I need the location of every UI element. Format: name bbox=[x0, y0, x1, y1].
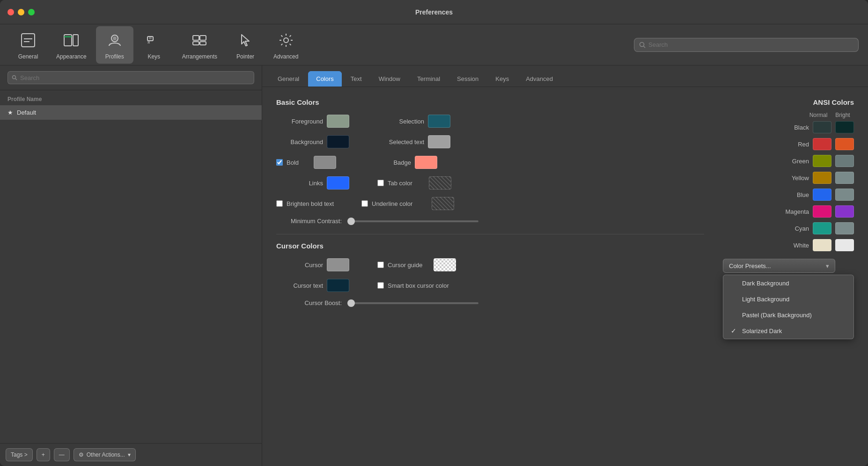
min-contrast-row: Minimum Contrast: bbox=[276, 218, 704, 225]
tab-terminal[interactable]: Terminal bbox=[409, 71, 448, 87]
tab-keys[interactable]: Keys bbox=[487, 71, 517, 87]
toolbar-item-profiles[interactable]: Profiles bbox=[96, 26, 133, 64]
search-input[interactable] bbox=[648, 41, 853, 48]
ansi-bright-red[interactable] bbox=[835, 138, 854, 150]
ansi-normal-green[interactable] bbox=[813, 155, 831, 167]
min-contrast-label: Minimum Contrast: bbox=[276, 218, 342, 225]
min-contrast-slider[interactable] bbox=[347, 220, 478, 222]
appearance-icon bbox=[61, 30, 81, 51]
preset-dark-label: Dark Background bbox=[742, 280, 789, 287]
ansi-normal-red[interactable] bbox=[813, 138, 831, 150]
ansi-normal-white[interactable] bbox=[813, 239, 831, 251]
add-profile-button[interactable]: + bbox=[37, 448, 50, 461]
tab-color-swatch[interactable] bbox=[429, 176, 451, 189]
toolbar-item-advanced[interactable]: Advanced bbox=[266, 26, 306, 64]
svg-rect-2 bbox=[24, 41, 29, 42]
tab-advanced[interactable]: Advanced bbox=[518, 71, 561, 87]
background-pair: Background bbox=[276, 135, 349, 148]
ansi-normal-black[interactable] bbox=[813, 121, 831, 133]
foreground-pair: Foreground bbox=[276, 115, 349, 128]
tab-window[interactable]: Window bbox=[371, 71, 408, 87]
tab-color-label: Tab color bbox=[388, 180, 425, 187]
other-actions-button[interactable]: ⚙ Other Actions... ▾ bbox=[74, 448, 136, 461]
underline-color-checkbox[interactable] bbox=[361, 200, 368, 207]
normal-col-label: Normal bbox=[809, 112, 828, 118]
presets-chevron-icon: ▾ bbox=[826, 262, 829, 269]
toolbar-item-pointer[interactable]: Pointer bbox=[227, 26, 264, 64]
brighten-bold-checkbox[interactable] bbox=[276, 200, 283, 207]
ansi-bright-cyan[interactable] bbox=[835, 222, 854, 234]
ansi-bright-blue[interactable] bbox=[835, 189, 854, 201]
color-presets-dropdown: Dark Background Light Background Pastel … bbox=[723, 275, 854, 339]
cursor-swatch[interactable] bbox=[327, 258, 349, 271]
selected-text-swatch[interactable] bbox=[428, 135, 450, 148]
bold-checkbox[interactable] bbox=[276, 159, 283, 166]
color-presets-button[interactable]: Color Presets... ▾ bbox=[723, 259, 835, 273]
background-swatch[interactable] bbox=[327, 135, 349, 148]
preset-solarized-dark[interactable]: ✓ Solarized Dark bbox=[723, 323, 853, 339]
preset-solarized-label: Solarized Dark bbox=[742, 328, 782, 335]
cursor-text-swatch[interactable] bbox=[327, 279, 349, 292]
chevron-down-icon: ▾ bbox=[128, 451, 131, 458]
close-button[interactable] bbox=[7, 9, 14, 15]
search-box[interactable] bbox=[634, 38, 859, 52]
preset-solarized-check: ✓ bbox=[731, 327, 738, 335]
toolbar-item-arrangements[interactable]: Arrangements bbox=[175, 26, 225, 64]
toolbar-item-keys[interactable]: ⌘ Keys bbox=[135, 26, 173, 64]
underline-color-swatch[interactable] bbox=[432, 197, 454, 210]
general-label: General bbox=[18, 53, 38, 60]
preset-dark-background[interactable]: Dark Background bbox=[723, 275, 853, 291]
ansi-bright-green[interactable] bbox=[835, 155, 854, 167]
preset-pastel[interactable]: Pastel (Dark Background) bbox=[723, 307, 853, 323]
badge-pair: Badge bbox=[364, 156, 437, 169]
ansi-row-green: Green bbox=[723, 155, 854, 167]
ansi-normal-blue[interactable] bbox=[813, 189, 831, 201]
underline-color-label: Underline color bbox=[372, 200, 428, 207]
ansi-row-blue: Blue bbox=[723, 189, 854, 201]
badge-swatch[interactable] bbox=[415, 156, 437, 169]
links-swatch[interactable] bbox=[327, 176, 349, 189]
tab-session[interactable]: Session bbox=[449, 71, 486, 87]
ansi-row-white: White bbox=[723, 239, 854, 251]
ansi-normal-magenta[interactable] bbox=[813, 205, 831, 218]
preset-light-background[interactable]: Light Background bbox=[723, 291, 853, 307]
tags-button[interactable]: Tags > bbox=[6, 448, 33, 461]
minimize-button[interactable] bbox=[18, 9, 24, 15]
tab-text[interactable]: Text bbox=[343, 71, 370, 87]
bold-swatch[interactable] bbox=[314, 156, 336, 169]
window-title: Preferences bbox=[415, 8, 453, 16]
ansi-name-white: White bbox=[776, 242, 809, 249]
bg-selectedtext-row: Background Selected text bbox=[276, 135, 704, 148]
ansi-name-green: Green bbox=[776, 158, 809, 165]
ansi-bright-white[interactable] bbox=[835, 239, 854, 251]
keys-icon: ⌘ bbox=[144, 30, 164, 51]
tab-colors[interactable]: Colors bbox=[308, 71, 342, 87]
ansi-bright-magenta[interactable] bbox=[835, 205, 854, 218]
toolbar-item-appearance[interactable]: Appearance bbox=[49, 26, 94, 64]
toolbar-item-general[interactable]: General bbox=[9, 26, 47, 64]
selection-swatch[interactable] bbox=[428, 115, 450, 128]
ansi-bright-yellow[interactable] bbox=[835, 172, 854, 184]
ansi-bright-black[interactable] bbox=[835, 121, 854, 133]
tab-color-checkbox[interactable] bbox=[377, 180, 384, 186]
section-divider bbox=[276, 234, 704, 234]
ansi-normal-yellow[interactable] bbox=[813, 172, 831, 184]
toolbar-items: General Appearance Profiles ⌘ Keys bbox=[9, 26, 634, 64]
toolbar: General Appearance Profiles ⌘ Keys bbox=[0, 24, 868, 66]
smart-box-checkbox[interactable] bbox=[377, 282, 384, 289]
badge-label: Badge bbox=[364, 159, 411, 166]
cursor-guide-swatch[interactable] bbox=[434, 258, 456, 271]
sidebar-search-box[interactable] bbox=[7, 71, 254, 84]
foreground-swatch[interactable] bbox=[327, 115, 349, 128]
maximize-button[interactable] bbox=[28, 9, 35, 15]
tab-general[interactable]: General bbox=[270, 71, 307, 87]
profile-item-default[interactable]: ★ Default bbox=[0, 105, 262, 120]
remove-profile-button[interactable]: — bbox=[54, 448, 70, 461]
cursor-text-smart-row: Cursor text Smart box cursor color bbox=[276, 279, 704, 292]
cursor-guide-checkbox[interactable] bbox=[377, 262, 384, 268]
sidebar-search-icon bbox=[12, 75, 17, 80]
toolbar-search bbox=[634, 38, 859, 52]
cursor-boost-slider[interactable] bbox=[347, 302, 478, 304]
sidebar-search-input[interactable] bbox=[20, 74, 250, 81]
ansi-normal-cyan[interactable] bbox=[813, 222, 831, 234]
